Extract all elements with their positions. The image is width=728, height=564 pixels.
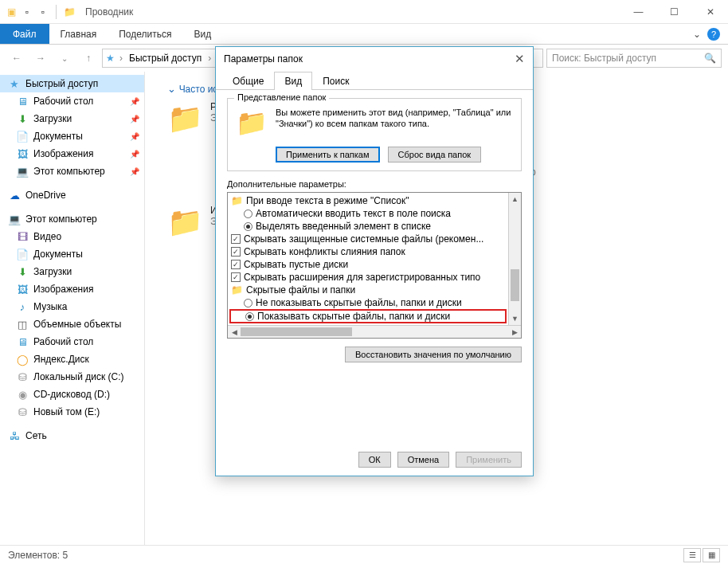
- tree-list[interactable]: 📁При вводе текста в режиме "Список"Автом…: [228, 193, 508, 325]
- sidebar-item-images[interactable]: 🖼Изображения📌: [0, 145, 144, 163]
- sidebar-item-label: Объемные объекты: [33, 319, 121, 330]
- folder-options-dialog: Параметры папок ✕ Общие Вид Поиск Предст…: [215, 46, 534, 476]
- tree-item[interactable]: Выделять введенный элемент в списке: [229, 220, 507, 233]
- dialog-titlebar: Параметры папок ✕: [216, 47, 533, 71]
- apply-to-folders-button[interactable]: Применить к папкам: [276, 147, 380, 163]
- radio[interactable]: [244, 299, 252, 307]
- dialog-tab-search[interactable]: Поиск: [312, 72, 359, 90]
- dialog-tab-general[interactable]: Общие: [222, 72, 274, 90]
- restore-defaults-button[interactable]: Восстановить значения по умолчанию: [345, 347, 522, 362]
- sidebar-item-label: Рабочий стол: [33, 96, 93, 107]
- ribbon-file-tab[interactable]: Файл: [0, 24, 49, 44]
- sidebar-item[interactable]: ⬇Загрузки: [0, 263, 144, 280]
- scroll-thumb[interactable]: [511, 269, 519, 301]
- sidebar-item[interactable]: 🖼Изображения: [0, 280, 144, 298]
- sidebar-item-label: Сеть: [25, 430, 47, 441]
- ribbon-tab-share[interactable]: Поделиться: [108, 24, 182, 44]
- star-icon: ★: [8, 77, 21, 90]
- tree-item[interactable]: 📁Скрытые файлы и папки: [229, 284, 507, 296]
- sidebar-item[interactable]: 🖥Рабочий стол: [0, 333, 144, 351]
- sidebar-item[interactable]: ⛁Локальный диск (C:): [0, 368, 144, 386]
- image-icon: 🖼: [16, 147, 29, 160]
- sidebar-network[interactable]: 🖧Сеть: [0, 427, 144, 445]
- checkbox[interactable]: [231, 234, 241, 244]
- tree-item[interactable]: Автоматически вводить текст в поле поиск…: [229, 207, 507, 220]
- sidebar-item-desktop[interactable]: 🖥Рабочий стол📌: [0, 92, 144, 110]
- checkbox[interactable]: [231, 247, 241, 257]
- checkbox[interactable]: [231, 260, 241, 269]
- video-icon: 🎞: [16, 230, 29, 243]
- scroll-right-icon[interactable]: ▶: [508, 326, 521, 338]
- tree-item[interactable]: 📁При вводе текста в режиме "Список": [229, 194, 507, 207]
- scroll-thumb[interactable]: [241, 327, 352, 336]
- tree-item-label: Скрывать расширения для зарегистрированн…: [244, 272, 480, 283]
- tree-item[interactable]: Скрывать расширения для зарегистрированн…: [229, 271, 507, 284]
- nav-up-button[interactable]: ↑: [78, 48, 99, 69]
- dialog-close-button[interactable]: ✕: [515, 52, 525, 66]
- ribbon: Файл Главная Поделиться Вид ⌄ ?: [0, 24, 728, 45]
- download-icon: ⬇: [16, 265, 29, 278]
- qat-icon-2[interactable]: ▫: [37, 6, 49, 18]
- tree-item[interactable]: Скрывать конфликты слияния папок: [229, 245, 507, 258]
- checkbox[interactable]: [231, 272, 241, 282]
- sidebar-item-thispc[interactable]: 💻Этот компьютер📌: [0, 163, 144, 180]
- advanced-settings-tree: 📁При вводе текста в режиме "Список"Автом…: [227, 192, 522, 339]
- breadcrumb[interactable]: Быстрый доступ: [127, 53, 203, 64]
- sidebar-item[interactable]: 🎞Видео: [0, 228, 144, 245]
- search-icon[interactable]: 🔍: [704, 53, 716, 64]
- tree-item-label: Автоматически вводить текст в поле поиск…: [256, 208, 451, 219]
- chevron-right-icon[interactable]: ›: [206, 53, 213, 64]
- apply-button[interactable]: Применить: [456, 452, 522, 468]
- radio[interactable]: [244, 210, 252, 218]
- sidebar-item[interactable]: ⛁Новый том (E:): [0, 403, 144, 421]
- help-icon[interactable]: ?: [707, 28, 720, 41]
- chevron-right-icon[interactable]: ›: [118, 53, 124, 64]
- sidebar-item-label: Изображения: [33, 284, 93, 295]
- tree-item-label: Скрывать конфликты слияния папок: [244, 246, 405, 257]
- nav-history-button[interactable]: ⌄: [54, 48, 75, 69]
- ribbon-expand-icon[interactable]: ⌄: [693, 29, 701, 40]
- radio[interactable]: [244, 222, 252, 231]
- sidebar-this-pc[interactable]: 💻Этот компьютер: [0, 210, 144, 228]
- sidebar-item[interactable]: ♪Музыка: [0, 298, 144, 315]
- sidebar-item[interactable]: ◉CD-дисковод (D:): [0, 386, 144, 403]
- search-input[interactable]: Поиск: Быстрый доступ 🔍: [546, 49, 722, 68]
- ribbon-tab-view[interactable]: Вид: [182, 24, 222, 44]
- sidebar-quick-access[interactable]: ★ Быстрый доступ: [0, 75, 144, 92]
- sidebar-item-label: Быстрый доступ: [25, 78, 98, 89]
- tree-item[interactable]: Скрывать защищенные системные файлы (рек…: [229, 233, 507, 245]
- nav-forward-button[interactable]: →: [30, 48, 51, 69]
- scroll-down-icon[interactable]: ▼: [509, 312, 521, 325]
- tree-item-label: Не показывать скрытые файлы, папки и дис…: [256, 297, 462, 308]
- minimize-button[interactable]: —: [620, 0, 656, 24]
- vertical-scrollbar[interactable]: ▲ ▼: [508, 193, 521, 325]
- cancel-button[interactable]: Отмена: [397, 452, 449, 468]
- tree-item[interactable]: Скрывать пустые диски: [229, 258, 507, 271]
- nav-back-button[interactable]: ←: [6, 48, 27, 69]
- horizontal-scrollbar[interactable]: ◀ ▶: [228, 325, 521, 338]
- close-button[interactable]: ✕: [692, 0, 728, 24]
- sidebar-onedrive[interactable]: ☁OneDrive: [0, 186, 144, 204]
- dialog-tab-view[interactable]: Вид: [274, 72, 312, 90]
- ribbon-tab-home[interactable]: Главная: [49, 24, 108, 44]
- sidebar-spacer: [0, 204, 144, 210]
- scroll-up-icon[interactable]: ▲: [509, 193, 521, 206]
- sidebar-item-documents[interactable]: 📄Документы📌: [0, 127, 144, 145]
- scroll-left-icon[interactable]: ◀: [228, 326, 241, 338]
- sidebar-item[interactable]: 📄Документы: [0, 245, 144, 263]
- reset-folders-button[interactable]: Сброс вида папок: [388, 147, 482, 163]
- radio[interactable]: [245, 312, 254, 321]
- view-details-button[interactable]: ☰: [683, 548, 701, 562]
- sidebar-item[interactable]: ◫Объемные объекты: [0, 315, 144, 333]
- tree-item[interactable]: Не показывать скрытые файлы, папки и дис…: [229, 296, 507, 309]
- qat-icon-1[interactable]: ▫: [21, 6, 33, 18]
- sidebar-item[interactable]: ◯Яндекс.Диск: [0, 351, 144, 368]
- tree-item[interactable]: Показывать скрытые файлы, папки и диски: [229, 309, 507, 323]
- pc-icon: 💻: [8, 213, 21, 225]
- ok-button[interactable]: ОК: [358, 452, 391, 468]
- view-tiles-button[interactable]: ▦: [703, 548, 720, 562]
- sidebar-item-downloads[interactable]: ⬇Загрузки📌: [0, 110, 144, 127]
- maximize-button[interactable]: ☐: [656, 0, 692, 24]
- sidebar-item-label: Изображения: [33, 148, 93, 159]
- sidebar-item-label: Локальный диск (C:): [33, 371, 124, 382]
